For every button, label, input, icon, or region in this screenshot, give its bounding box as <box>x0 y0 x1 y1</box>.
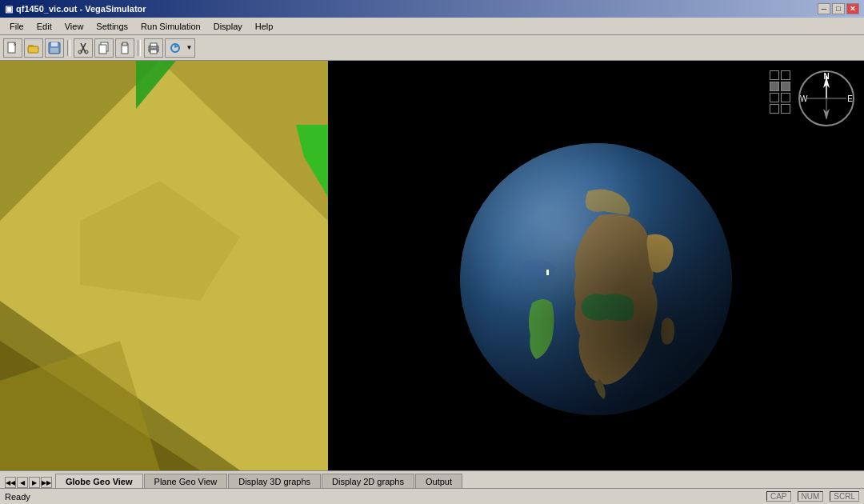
window-title: qf1450_vic.out - VegaSimulator <box>16 4 146 14</box>
menu-bar: File Edit View Settings Run Simulation D… <box>0 18 864 35</box>
status-text: Ready <box>5 492 30 502</box>
svg-rect-13 <box>122 42 127 46</box>
open-button[interactable] <box>24 38 43 58</box>
svg-rect-16 <box>150 50 157 54</box>
status-indicators: CAP NUM SCRL <box>766 491 859 502</box>
scale-cell-2 <box>781 70 790 80</box>
separator-2 <box>138 40 141 56</box>
separator-1 <box>67 40 70 56</box>
scale-cell-6 <box>781 93 790 102</box>
window-controls: ─ □ ✕ <box>818 3 859 14</box>
svg-rect-36 <box>546 270 549 275</box>
menu-settings[interactable]: Settings <box>90 18 134 34</box>
tab-display-3d-graphs[interactable]: Display 3D graphs <box>228 474 321 488</box>
refresh-button-group: ▼ <box>165 38 195 58</box>
scale-cell-7 <box>770 104 779 114</box>
compass-svg <box>798 70 854 126</box>
scale-cell-8 <box>781 104 790 114</box>
scale-cell-4 <box>781 82 790 91</box>
compass: N E W <box>798 70 854 126</box>
num-indicator: NUM <box>798 491 824 502</box>
svg-point-35 <box>460 143 732 415</box>
svg-rect-2 <box>28 46 38 53</box>
globe-view: N E W <box>328 61 864 470</box>
toolbar: ▼ <box>0 35 864 61</box>
tab-last-button[interactable]: ▶▶ <box>41 477 52 488</box>
svg-rect-17 <box>151 47 156 48</box>
print-button[interactable] <box>144 38 163 58</box>
terrain-view <box>0 61 328 470</box>
svg-rect-5 <box>50 48 58 53</box>
paste-button[interactable] <box>115 38 134 58</box>
tab-first-button[interactable]: ◀◀ <box>5 477 16 488</box>
copy-button[interactable] <box>94 38 114 58</box>
scale-indicator <box>770 70 790 114</box>
refresh-dropdown[interactable]: ▼ <box>184 38 195 58</box>
terrain-svg <box>0 61 328 470</box>
close-button[interactable]: ✕ <box>846 3 859 14</box>
main-content: N E W <box>0 61 864 470</box>
menu-file[interactable]: File <box>3 18 30 34</box>
menu-help[interactable]: Help <box>249 18 280 34</box>
tab-prev-button[interactable]: ◀ <box>17 477 28 488</box>
tab-output[interactable]: Output <box>415 474 462 488</box>
menu-view[interactable]: View <box>58 18 90 34</box>
refresh-button[interactable] <box>165 38 184 58</box>
menu-edit[interactable]: Edit <box>30 18 58 34</box>
save-button[interactable] <box>45 38 64 58</box>
tab-bar: ◀◀ ◀ ▶ ▶▶ Globe Geo View Plane Geo View … <box>0 470 864 488</box>
status-bar: Ready CAP NUM SCRL <box>0 488 864 504</box>
svg-rect-4 <box>51 42 58 46</box>
svg-rect-11 <box>99 45 106 54</box>
svg-rect-15 <box>150 43 157 46</box>
scale-cell-5 <box>770 93 779 102</box>
maximize-button[interactable]: □ <box>832 3 845 14</box>
globe-continents-svg <box>460 143 732 415</box>
globe-container <box>460 143 732 415</box>
scrl-indicator: SCRL <box>830 491 859 502</box>
cap-indicator: CAP <box>766 491 791 502</box>
tab-plane-geo-view[interactable]: Plane Geo View <box>144 474 228 488</box>
window-icon: ▣ <box>5 4 13 14</box>
tab-navigation: ◀◀ ◀ ▶ ▶▶ <box>2 477 55 488</box>
title-bar: ▣ qf1450_vic.out - VegaSimulator ─ □ ✕ <box>0 0 864 18</box>
tab-display-2d-graphs[interactable]: Display 2D graphs <box>322 474 414 488</box>
scale-cell-1 <box>770 70 779 80</box>
minimize-button[interactable]: ─ <box>818 3 830 14</box>
cut-button[interactable] <box>74 38 93 58</box>
menu-display[interactable]: Display <box>207 18 249 34</box>
tab-globe-geo-view[interactable]: Globe Geo View <box>55 474 143 488</box>
new-button[interactable] <box>3 38 22 58</box>
menu-run-simulation[interactable]: Run Simulation <box>134 18 207 34</box>
tab-next-button[interactable]: ▶ <box>29 477 40 488</box>
globe <box>460 143 732 415</box>
scale-cell-3 <box>770 82 779 91</box>
